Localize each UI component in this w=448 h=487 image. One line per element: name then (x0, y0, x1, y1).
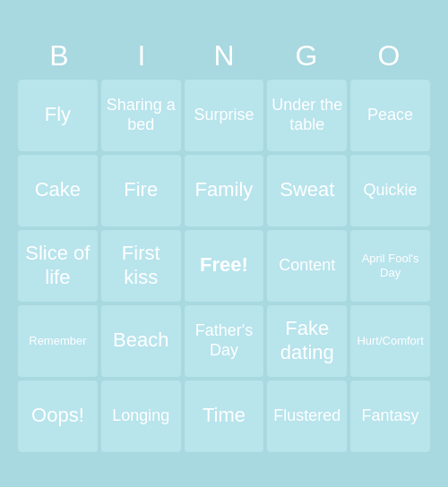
bingo-header: BINGO (18, 36, 430, 76)
header-letter-B: B (18, 36, 100, 76)
bingo-cell-19: Hurt/Comfort (350, 305, 430, 377)
bingo-cell-21: Longing (101, 380, 181, 452)
bingo-cell-3: Under the table (267, 80, 347, 151)
bingo-cell-18: Fake dating (267, 305, 347, 377)
header-letter-N: N (183, 36, 265, 76)
bingo-cell-17: Father's Day (185, 305, 264, 377)
bingo-cell-9: Quickie (350, 155, 430, 226)
bingo-cell-8: Sweat (267, 155, 347, 226)
header-letter-G: G (265, 36, 348, 76)
bingo-grid: FlySharing a bedSurpriseUnder the tableP… (18, 80, 430, 452)
bingo-cell-22: Time (185, 380, 264, 452)
bingo-cell-13: Content (267, 230, 347, 302)
bingo-cell-23: Flustered (267, 380, 347, 452)
bingo-cell-5: Cake (18, 155, 98, 226)
bingo-cell-1: Sharing a bed (101, 80, 181, 151)
bingo-cell-10: Slice of life (18, 230, 98, 302)
header-letter-I: I (100, 36, 183, 76)
bingo-cell-12: Free! (185, 230, 264, 302)
bingo-cell-2: Surprise (185, 80, 264, 151)
bingo-cell-14: April Fool's Day (350, 230, 430, 302)
bingo-cell-15: Remember (18, 305, 98, 377)
bingo-cell-16: Beach (101, 305, 181, 377)
bingo-cell-11: First kiss (101, 230, 181, 302)
bingo-card: BINGO FlySharing a bedSurpriseUnder the … (9, 27, 439, 461)
bingo-cell-4: Peace (350, 80, 430, 151)
bingo-cell-6: Fire (101, 155, 181, 226)
header-letter-O: O (348, 36, 430, 76)
bingo-cell-20: Oops! (18, 380, 98, 452)
bingo-cell-24: Fantasy (350, 380, 430, 452)
bingo-cell-7: Family (185, 155, 264, 226)
bingo-cell-0: Fly (18, 80, 98, 151)
